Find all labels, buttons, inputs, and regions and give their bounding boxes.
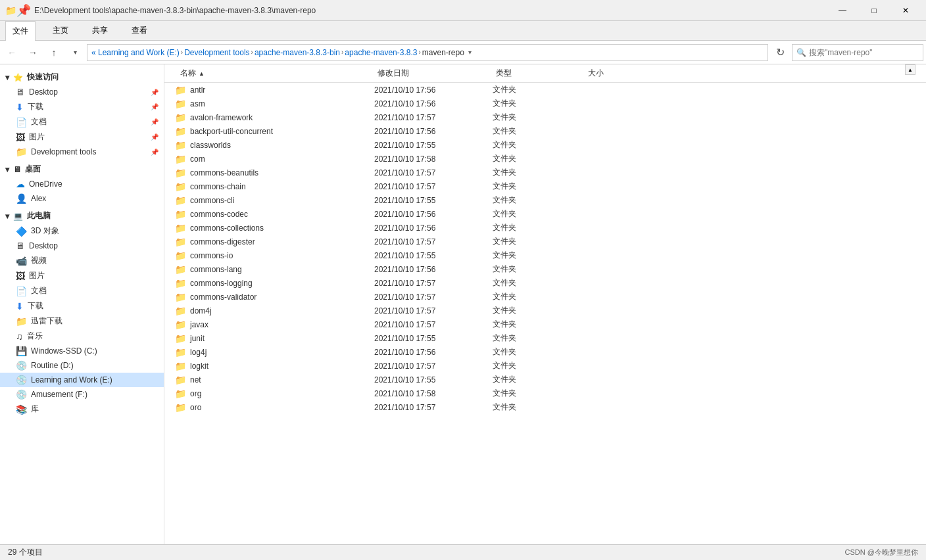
- file-name: antlr: [190, 85, 374, 95]
- sidebar-item-download-quick[interactable]: ⬇ 下载 📌: [0, 99, 164, 114]
- sidebar-item-3dobjects[interactable]: 🔷 3D 对象: [0, 223, 164, 239]
- title-controls[interactable]: — □ ✕: [827, 0, 921, 21]
- sidebar-header-quickaccess[interactable]: ▾ ⭐ 快速访问: [0, 70, 164, 85]
- folder-icon: 📁: [175, 181, 186, 192]
- close-button[interactable]: ✕: [890, 0, 921, 21]
- sidebar-item-f-drive[interactable]: 💿 Amusement (F:): [0, 387, 164, 402]
- file-name: log4j: [190, 348, 374, 357]
- table-row[interactable]: 📁 commons-digester 2021/10/10 17:57 文件夹: [164, 235, 926, 248]
- col-header-size[interactable]: 大小: [583, 65, 648, 82]
- col-header-date[interactable]: 修改日期: [372, 65, 491, 82]
- table-row[interactable]: 📁 logkit 2021/10/10 17:57 文件夹: [164, 359, 926, 373]
- table-row[interactable]: 📁 commons-collections 2021/10/10 17:56 文…: [164, 221, 926, 235]
- sidebar-item-alex[interactable]: 👤 Alex: [0, 191, 164, 206]
- ribbon-tab-share[interactable]: 共享: [85, 21, 114, 40]
- folder-icon: ⬇: [16, 301, 24, 312]
- table-row[interactable]: 📁 classworlds 2021/10/10 17:55 文件夹: [164, 138, 926, 152]
- back-button[interactable]: ←: [3, 43, 21, 62]
- sidebar-item-devtools-quick[interactable]: 📁 Development tools 📌: [0, 145, 164, 159]
- table-row[interactable]: 📁 backport-util-concurrent 2021/10/10 17…: [164, 124, 926, 138]
- search-input[interactable]: [809, 48, 919, 57]
- folder-icon: 📁: [175, 126, 186, 137]
- sidebar-header-thispc[interactable]: ▾ 💻 此电脑: [0, 208, 164, 223]
- sidebar-item-video[interactable]: 📹 视频: [0, 253, 164, 268]
- col-date-label: 修改日期: [378, 68, 409, 79]
- table-row[interactable]: 📁 commons-validator 2021/10/10 17:57 文件夹: [164, 290, 926, 304]
- folder-icon: 📁: [175, 375, 186, 385]
- breadcrumb[interactable]: « Learning and Work (E:) › Development t…: [87, 44, 768, 61]
- folder-icon: 🖼: [16, 132, 25, 143]
- sidebar-item-docs-quick[interactable]: 📄 文档 📌: [0, 114, 164, 129]
- maximize-button[interactable]: □: [859, 0, 889, 21]
- status-bar: 29 个项目 CSDN @今晚梦里想你: [0, 544, 926, 560]
- sort-arrow-name: ▲: [199, 70, 205, 77]
- table-row[interactable]: 📁 com 2021/10/10 17:58 文件夹: [164, 152, 926, 166]
- collapse-icon-quickaccess: ▾: [5, 73, 9, 82]
- file-date: 2021/10/10 17:57: [374, 306, 493, 315]
- table-row[interactable]: 📁 commons-codec 2021/10/10 17:56 文件夹: [164, 207, 926, 221]
- col-header-type[interactable]: 类型: [491, 65, 583, 82]
- breadcrumb-dropdown[interactable]: ▾: [468, 49, 472, 56]
- sidebar-section-thispc: ▾ 💻 此电脑 🔷 3D 对象 🖥 Desktop 📹 视频 🖼 图片 �: [0, 208, 164, 417]
- table-row[interactable]: 📁 antlr 2021/10/10 17:56 文件夹: [164, 83, 926, 97]
- search-box[interactable]: 🔍: [792, 44, 923, 61]
- folder-icon: 📁: [175, 278, 186, 289]
- sidebar-item-docs-pc[interactable]: 📄 文档: [0, 283, 164, 298]
- table-row[interactable]: 📁 oro 2021/10/10 17:57 文件夹: [164, 400, 926, 414]
- ribbon-tab-view[interactable]: 查看: [125, 21, 154, 40]
- sidebar-item-music[interactable]: ♫ 音乐: [0, 329, 164, 344]
- minimize-button[interactable]: —: [827, 0, 858, 21]
- breadcrumb-item-1[interactable]: Development tools: [184, 48, 249, 57]
- sidebar-item-pictures-pc[interactable]: 🖼 图片: [0, 268, 164, 283]
- sidebar-item-desktop-pc[interactable]: 🖥 Desktop: [0, 239, 164, 253]
- up-button[interactable]: ↑: [45, 43, 63, 62]
- address-bar: ← → ↑ ▾ « Learning and Work (E:) › Devel…: [0, 41, 926, 64]
- table-row[interactable]: 📁 commons-io 2021/10/10 17:55 文件夹: [164, 248, 926, 262]
- col-header-name[interactable]: 名称 ▲: [175, 65, 372, 82]
- breadcrumb-item-3[interactable]: apache-maven-3.8.3: [345, 48, 417, 57]
- sidebar-item-library[interactable]: 📚 库: [0, 402, 164, 417]
- table-row[interactable]: 📁 junit 2021/10/10 17:55 文件夹: [164, 331, 926, 345]
- file-name: avalon-framework: [190, 113, 374, 122]
- sidebar-label: 下载: [28, 300, 43, 312]
- table-row[interactable]: 📁 commons-logging 2021/10/10 17:57 文件夹: [164, 276, 926, 290]
- table-row[interactable]: 📁 log4j 2021/10/10 17:56 文件夹: [164, 345, 926, 359]
- file-type: 文件夹: [493, 153, 585, 164]
- table-row[interactable]: 📁 org 2021/10/10 17:58 文件夹: [164, 386, 926, 400]
- table-row[interactable]: 📁 javax 2021/10/10 17:57 文件夹: [164, 317, 926, 331]
- breadcrumb-item-0[interactable]: « Learning and Work (E:): [91, 48, 180, 57]
- forward-button[interactable]: →: [24, 43, 42, 62]
- sidebar-item-pictures-quick[interactable]: 🖼 图片 📌: [0, 129, 164, 145]
- file-name: javax: [190, 320, 374, 329]
- ribbon-tab-file[interactable]: 文件: [5, 21, 36, 41]
- breadcrumb-item-2[interactable]: apache-maven-3.8.3-bin: [255, 48, 340, 57]
- table-row[interactable]: 📁 net 2021/10/10 17:55 文件夹: [164, 373, 926, 386]
- folder-icon: 📁: [16, 316, 27, 327]
- table-row[interactable]: 📁 asm 2021/10/10 17:56 文件夹: [164, 97, 926, 110]
- file-type: 文件夹: [493, 98, 585, 109]
- ribbon-tab-home[interactable]: 主页: [46, 21, 75, 40]
- file-list[interactable]: 📁 antlr 2021/10/10 17:56 文件夹 📁 asm 2021/…: [164, 83, 926, 544]
- table-row[interactable]: 📁 commons-cli 2021/10/10 17:55 文件夹: [164, 193, 926, 207]
- sidebar-item-desktop-quick[interactable]: 🖥 Desktop 📌: [0, 85, 164, 99]
- sidebar-header-desktop[interactable]: ▾ 🖥 桌面: [0, 162, 164, 177]
- refresh-button[interactable]: ↻: [771, 43, 789, 62]
- sidebar-item-onedrive[interactable]: ☁ OneDrive: [0, 177, 164, 191]
- table-row[interactable]: 📁 commons-beanutils 2021/10/10 17:57 文件夹: [164, 166, 926, 179]
- sidebar-item-e-drive[interactable]: 💿 Learning and Work (E:): [0, 373, 164, 387]
- sidebar-item-download-pc[interactable]: ⬇ 下载: [0, 298, 164, 314]
- table-row[interactable]: 📁 avalon-framework 2021/10/10 17:57 文件夹: [164, 110, 926, 124]
- sidebar-item-d-drive[interactable]: 💿 Routine (D:): [0, 358, 164, 373]
- file-type: 文件夹: [493, 112, 585, 123]
- sidebar-item-thunder[interactable]: 📁 迅雷下载: [0, 314, 164, 329]
- recent-locations-button[interactable]: ▾: [66, 43, 84, 62]
- sidebar-item-c-drive[interactable]: 💾 Windows-SSD (C:): [0, 344, 164, 358]
- table-row[interactable]: 📁 commons-lang 2021/10/10 17:56 文件夹: [164, 262, 926, 276]
- collapse-icon-desktop: ▾: [5, 165, 9, 174]
- scroll-up-button[interactable]: ▲: [905, 64, 915, 75]
- folder-icon: 📁: [175, 112, 186, 123]
- table-row[interactable]: 📁 dom4j 2021/10/10 17:57 文件夹: [164, 304, 926, 317]
- table-row[interactable]: 📁 commons-chain 2021/10/10 17:57 文件夹: [164, 179, 926, 193]
- sidebar-label: 3D 对象: [31, 225, 59, 237]
- sidebar-label: Amusement (F:): [31, 390, 87, 399]
